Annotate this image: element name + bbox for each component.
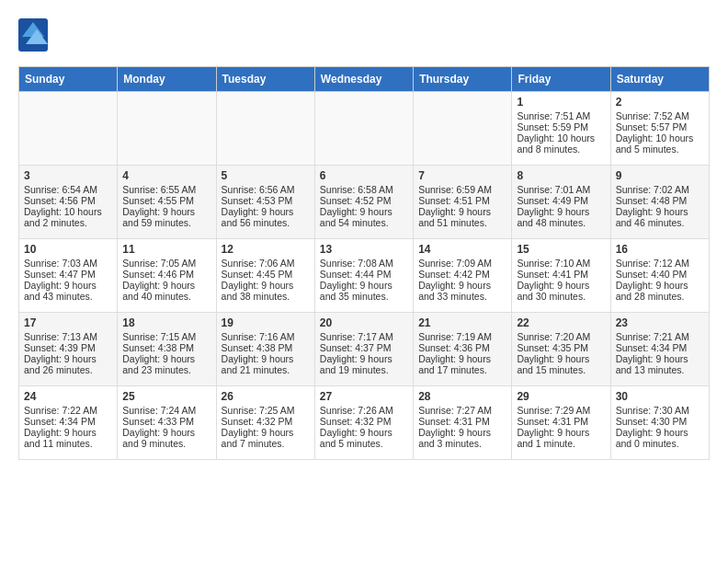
calendar-cell: 10Sunrise: 7:03 AMSunset: 4:47 PMDayligh…: [19, 239, 118, 313]
day-number: 20: [320, 316, 408, 329]
day-number: 11: [122, 243, 210, 256]
day-info-line: Sunset: 4:49 PM: [517, 195, 605, 206]
day-number: 25: [122, 390, 210, 403]
day-info-line: Daylight: 9 hours and 54 minutes.: [320, 206, 408, 228]
day-info-line: Sunrise: 7:06 AM: [222, 258, 310, 269]
calendar-cell: [19, 92, 118, 166]
day-info-line: Sunrise: 6:54 AM: [24, 184, 112, 195]
day-number: 17: [24, 316, 112, 329]
day-info-line: Sunrise: 7:12 AM: [616, 258, 704, 269]
calendar-cell: 14Sunrise: 7:09 AMSunset: 4:42 PMDayligh…: [414, 239, 512, 313]
day-info-line: Sunset: 4:31 PM: [418, 416, 506, 427]
calendar-cell: 2Sunrise: 7:52 AMSunset: 5:57 PMDaylight…: [610, 92, 709, 166]
calendar-cell: 17Sunrise: 7:13 AMSunset: 4:39 PMDayligh…: [19, 313, 118, 386]
day-number: 7: [418, 169, 506, 182]
day-info-line: Sunset: 4:45 PM: [222, 269, 310, 280]
day-number: 12: [222, 243, 310, 256]
calendar-cell: 26Sunrise: 7:25 AMSunset: 4:32 PMDayligh…: [216, 386, 314, 460]
calendar-cell: 18Sunrise: 7:15 AMSunset: 4:38 PMDayligh…: [118, 313, 216, 386]
day-info-line: Daylight: 9 hours and 38 minutes.: [222, 280, 310, 302]
day-number: 10: [24, 243, 112, 256]
day-info-line: Sunrise: 7:19 AM: [418, 331, 506, 342]
day-info-line: Sunset: 4:48 PM: [616, 195, 704, 206]
day-number: 3: [24, 169, 112, 182]
day-number: 5: [222, 169, 310, 182]
weekday-header-friday: Friday: [512, 67, 610, 92]
day-info-line: Sunrise: 7:03 AM: [24, 258, 112, 269]
day-info-line: Sunset: 5:57 PM: [616, 121, 704, 132]
day-info-line: Daylight: 9 hours and 0 minutes.: [616, 427, 704, 449]
day-info-line: Daylight: 9 hours and 13 minutes.: [616, 353, 704, 375]
day-number: 14: [418, 243, 506, 256]
day-number: 13: [320, 243, 408, 256]
day-info-line: Sunrise: 7:13 AM: [24, 331, 112, 342]
day-info-line: Sunrise: 6:55 AM: [122, 184, 210, 195]
day-info-line: Daylight: 9 hours and 59 minutes.: [122, 206, 210, 228]
calendar-cell: 11Sunrise: 7:05 AMSunset: 4:46 PMDayligh…: [118, 239, 216, 313]
calendar-cell: 3Sunrise: 6:54 AMSunset: 4:56 PMDaylight…: [19, 166, 118, 239]
calendar-cell: 20Sunrise: 7:17 AMSunset: 4:37 PMDayligh…: [314, 313, 413, 386]
calendar-week-row: 1Sunrise: 7:51 AMSunset: 5:59 PMDaylight…: [19, 92, 710, 166]
day-info-line: Sunrise: 7:09 AM: [418, 258, 506, 269]
calendar-cell: [314, 92, 413, 166]
day-info-line: Daylight: 9 hours and 51 minutes.: [418, 206, 506, 228]
day-info-line: Daylight: 9 hours and 40 minutes.: [122, 280, 210, 302]
calendar-cell: 29Sunrise: 7:29 AMSunset: 4:31 PMDayligh…: [512, 386, 610, 460]
day-info-line: Sunset: 4:36 PM: [418, 342, 506, 353]
weekday-header-row: SundayMondayTuesdayWednesdayThursdayFrid…: [19, 67, 710, 92]
day-info-line: Sunrise: 7:21 AM: [616, 331, 704, 342]
day-info-line: Sunrise: 7:26 AM: [320, 405, 408, 416]
calendar-cell: [118, 92, 216, 166]
day-number: 15: [517, 243, 605, 256]
weekday-header-sunday: Sunday: [19, 67, 118, 92]
day-number: 9: [616, 169, 704, 182]
day-info-line: Sunset: 4:38 PM: [122, 342, 210, 353]
day-info-line: Sunset: 4:44 PM: [320, 269, 408, 280]
day-info-line: Sunset: 4:32 PM: [320, 416, 408, 427]
day-info-line: Sunrise: 7:30 AM: [616, 405, 704, 416]
day-info-line: Daylight: 9 hours and 28 minutes.: [616, 280, 704, 302]
calendar-cell: 5Sunrise: 6:56 AMSunset: 4:53 PMDaylight…: [216, 166, 314, 239]
calendar-cell: 6Sunrise: 6:58 AMSunset: 4:52 PMDaylight…: [314, 166, 413, 239]
day-info-line: Sunrise: 7:20 AM: [517, 331, 605, 342]
calendar-cell: 9Sunrise: 7:02 AMSunset: 4:48 PMDaylight…: [610, 166, 709, 239]
day-info-line: Sunrise: 7:25 AM: [222, 405, 310, 416]
weekday-header-wednesday: Wednesday: [314, 67, 413, 92]
calendar-cell: 8Sunrise: 7:01 AMSunset: 4:49 PMDaylight…: [512, 166, 610, 239]
day-number: 26: [222, 390, 310, 403]
calendar-cell: 23Sunrise: 7:21 AMSunset: 4:34 PMDayligh…: [610, 313, 709, 386]
day-info-line: Sunset: 5:59 PM: [517, 121, 605, 132]
logo: [18, 18, 51, 52]
day-info-line: Sunrise: 7:16 AM: [222, 331, 310, 342]
day-info-line: Sunset: 4:46 PM: [122, 269, 210, 280]
calendar-cell: 15Sunrise: 7:10 AMSunset: 4:41 PMDayligh…: [512, 239, 610, 313]
day-info-line: Daylight: 9 hours and 23 minutes.: [122, 353, 210, 375]
day-info-line: Sunset: 4:34 PM: [616, 342, 704, 353]
calendar-week-row: 3Sunrise: 6:54 AMSunset: 4:56 PMDaylight…: [19, 166, 710, 239]
day-info-line: Sunset: 4:33 PM: [122, 416, 210, 427]
day-number: 24: [24, 390, 112, 403]
day-info-line: Sunrise: 7:29 AM: [517, 405, 605, 416]
day-number: 30: [616, 390, 704, 403]
day-info-line: Sunset: 4:40 PM: [616, 269, 704, 280]
day-info-line: Sunset: 4:42 PM: [418, 269, 506, 280]
day-info-line: Daylight: 10 hours and 5 minutes.: [616, 132, 704, 155]
weekday-header-saturday: Saturday: [610, 67, 709, 92]
day-info-line: Sunrise: 6:56 AM: [222, 184, 310, 195]
day-info-line: Sunset: 4:51 PM: [418, 195, 506, 206]
calendar-cell: 30Sunrise: 7:30 AMSunset: 4:30 PMDayligh…: [610, 386, 709, 460]
day-info-line: Daylight: 9 hours and 19 minutes.: [320, 353, 408, 375]
calendar-cell: 13Sunrise: 7:08 AMSunset: 4:44 PMDayligh…: [314, 239, 413, 313]
calendar-header: SundayMondayTuesdayWednesdayThursdayFrid…: [19, 67, 710, 92]
day-number: 8: [517, 169, 605, 182]
calendar-cell: [414, 92, 512, 166]
day-number: 6: [320, 169, 408, 182]
calendar-cell: 7Sunrise: 6:59 AMSunset: 4:51 PMDaylight…: [414, 166, 512, 239]
calendar-week-row: 24Sunrise: 7:22 AMSunset: 4:34 PMDayligh…: [19, 386, 710, 460]
day-info-line: Sunset: 4:41 PM: [517, 269, 605, 280]
day-info-line: Daylight: 10 hours and 2 minutes.: [24, 206, 112, 228]
day-info-line: Sunrise: 7:17 AM: [320, 331, 408, 342]
day-number: 29: [517, 390, 605, 403]
day-info-line: Sunset: 4:34 PM: [24, 416, 112, 427]
day-info-line: Sunrise: 7:10 AM: [517, 258, 605, 269]
